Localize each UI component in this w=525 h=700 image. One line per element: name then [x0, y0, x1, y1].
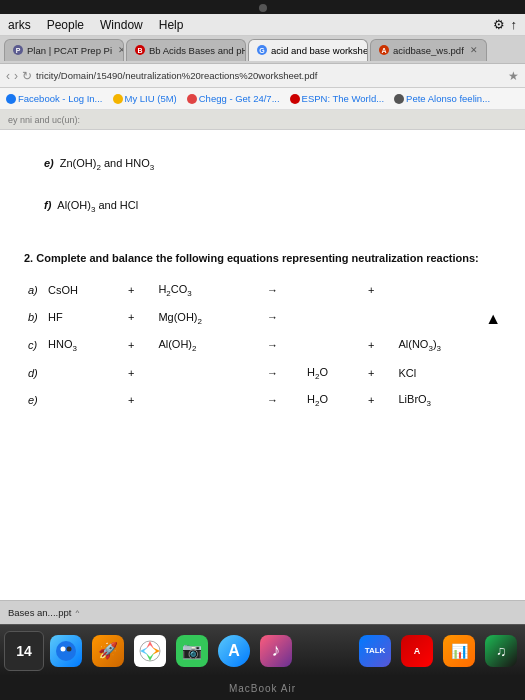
reaction-b-p1 [303, 305, 364, 333]
bookmark-facebook[interactable]: Facebook - Log In... [6, 93, 103, 104]
reaction-label-c: c) [24, 332, 44, 360]
tab-acid[interactable]: G acid and base worksheet ✕ [248, 39, 368, 61]
taskbar-icon-barchart[interactable]: 📊 [439, 631, 479, 671]
page-top-text: ey nni and uc(un): [8, 115, 80, 125]
file-bar-caret: ^ [75, 608, 79, 617]
reaction-label-b: b) [24, 305, 44, 333]
itunes-icon: ♪ [260, 635, 292, 667]
reaction-d-arrow: → [263, 360, 303, 388]
barchart-icon: 📊 [443, 635, 475, 667]
address-bar: ‹ › ↻ tricity/Domain/15490/neutralizatio… [0, 64, 525, 88]
facetime-icon: 📷 [176, 635, 208, 667]
taskbar-date: 14 [4, 631, 44, 671]
bookmark-pete[interactable]: Pete Alonso feelin... [394, 93, 490, 104]
icon-settings[interactable]: ⚙ [493, 17, 505, 32]
reaction-c-arrow: → [263, 332, 303, 360]
bookmark-espn[interactable]: ESPN: The World... [290, 93, 385, 104]
worksheet: e) Zn(OH)2 and HNO3 f) Al(OH)3 and HCl 2… [0, 130, 525, 600]
bookmark-label-espn: ESPN: The World... [302, 93, 385, 104]
nav-back[interactable]: ‹ [6, 69, 10, 83]
reaction-row-c: c) HNO3 + Al(OH)2 → + Al(NO3)3 [24, 332, 501, 360]
problem-e-sub2: 3 [150, 163, 154, 172]
reaction-e-r1 [44, 387, 124, 415]
problems-ef-section: e) Zn(OH)2 and HNO3 f) Al(OH)3 and HCl [24, 150, 501, 221]
nav-refresh[interactable]: ↻ [22, 69, 32, 83]
problem-f-text: Al(OH)3 and HCl [57, 196, 138, 218]
finder-icon [50, 635, 82, 667]
reaction-c-r2: Al(OH)2 [154, 332, 263, 360]
taskbar-icon-finder[interactable] [46, 631, 86, 671]
bookmark-icon-pete [394, 94, 404, 104]
tab-close-acidbase[interactable]: ✕ [470, 45, 478, 55]
svg-point-0 [56, 641, 76, 661]
talk-icon: TALK [359, 635, 391, 667]
bookmark-label-liu: My LIU (5M) [125, 93, 177, 104]
menu-item-arks[interactable]: arks [8, 18, 31, 32]
taskbar-icon-launchpad[interactable]: 🚀 [88, 631, 128, 671]
reaction-label-d: d) [24, 360, 44, 388]
reaction-b-r2: Mg(OH)2 [154, 305, 263, 333]
bookmark-label-facebook: Facebook - Log In... [18, 93, 103, 104]
menu-item-people[interactable]: People [47, 18, 84, 32]
reaction-label-e2: e) [24, 387, 44, 415]
page-top-strip: ey nni and uc(un): [0, 110, 525, 130]
bookmark-label-chegg: Chegg - Get 24/7... [199, 93, 280, 104]
reaction-d-p1: H2O [303, 360, 364, 388]
tab-label-acidbase: acidbase_ws.pdf [393, 45, 464, 56]
tab-close-plan[interactable]: ✕ [118, 45, 124, 55]
reaction-a-p2 [394, 277, 501, 305]
taskbar-icon-itunes[interactable]: ♪ [256, 631, 296, 671]
taskbar-icon-appstore[interactable]: A [214, 631, 254, 671]
problem-e-sub: 2 [96, 163, 100, 172]
svg-point-1 [61, 646, 66, 651]
launchpad-icon: 🚀 [92, 635, 124, 667]
reaction-e-p1: H2O [303, 387, 364, 415]
taskbar-icon-music[interactable]: ♫ [481, 631, 521, 671]
reaction-d-plus2: + [364, 360, 394, 388]
acrobat-icon: A [401, 635, 433, 667]
tab-label-plan: Plan | PCAT Prep Pi [27, 45, 112, 56]
tab-bb[interactable]: B Bb Acids Bases and pH Works ✕ [126, 39, 246, 61]
tab-label-bb: Bb Acids Bases and pH Works [149, 45, 246, 56]
bookmark-icon-facebook [6, 94, 16, 104]
reaction-c-plus2: + [364, 332, 394, 360]
menu-icons: ⚙ ↑ [493, 17, 518, 32]
section-2: 2. Complete and balance the following eq… [24, 249, 501, 415]
reaction-row-a: a) CsOH + H2CO3 → + [24, 277, 501, 305]
address-url[interactable]: tricity/Domain/15490/neutralization%20re… [36, 70, 504, 81]
taskbar-icon-acrobat[interactable]: A [397, 631, 437, 671]
reaction-e-r2 [154, 387, 263, 415]
tab-plan[interactable]: P Plan | PCAT Prep Pi ✕ [4, 39, 124, 61]
content-area: ey nni and uc(un): e) Zn(OH)2 and HNO3 f… [0, 110, 525, 600]
nav-forward[interactable]: › [14, 69, 18, 83]
taskbar-icon-talk[interactable]: TALK [355, 631, 395, 671]
taskbar-icon-facetime[interactable]: 📷 [172, 631, 212, 671]
reaction-c-p1 [303, 332, 364, 360]
reaction-label-a: a) [24, 277, 44, 305]
reaction-a-r2: H2CO3 [154, 277, 263, 305]
reaction-b-plus2 [364, 305, 394, 333]
problem-f: f) Al(OH)3 and HCl [44, 192, 501, 222]
tab-acidbase[interactable]: A acidbase_ws.pdf ✕ [370, 39, 487, 61]
problem-e-text: Zn(OH)2 and HNO3 [60, 154, 155, 176]
icon-share[interactable]: ↑ [511, 17, 518, 32]
reaction-c-p2: Al(NO3)3 [394, 332, 501, 360]
reaction-a-plus1: + [124, 277, 154, 305]
tab-label-acid: acid and base worksheet [271, 45, 368, 56]
problem-e: e) Zn(OH)2 and HNO3 [44, 150, 501, 180]
menu-item-help[interactable]: Help [159, 18, 184, 32]
nav-bookmark[interactable]: ★ [508, 69, 519, 83]
reaction-c-plus1: + [124, 332, 154, 360]
menu-item-window[interactable]: Window [100, 18, 143, 32]
taskbar-icon-photos[interactable] [130, 631, 170, 671]
bookmark-liu[interactable]: My LIU (5M) [113, 93, 177, 104]
reaction-d-r2 [154, 360, 263, 388]
tab-favicon-acid: G [257, 45, 267, 55]
tab-favicon-bb: B [135, 45, 145, 55]
reaction-d-p2: KCl [394, 360, 501, 388]
svg-rect-3 [134, 635, 166, 667]
reaction-a-r1: CsOH [44, 277, 124, 305]
bookmarks-bar: Facebook - Log In... My LIU (5M) Chegg -… [0, 88, 525, 110]
bookmark-chegg[interactable]: Chegg - Get 24/7... [187, 93, 280, 104]
reaction-d-plus1: + [124, 360, 154, 388]
